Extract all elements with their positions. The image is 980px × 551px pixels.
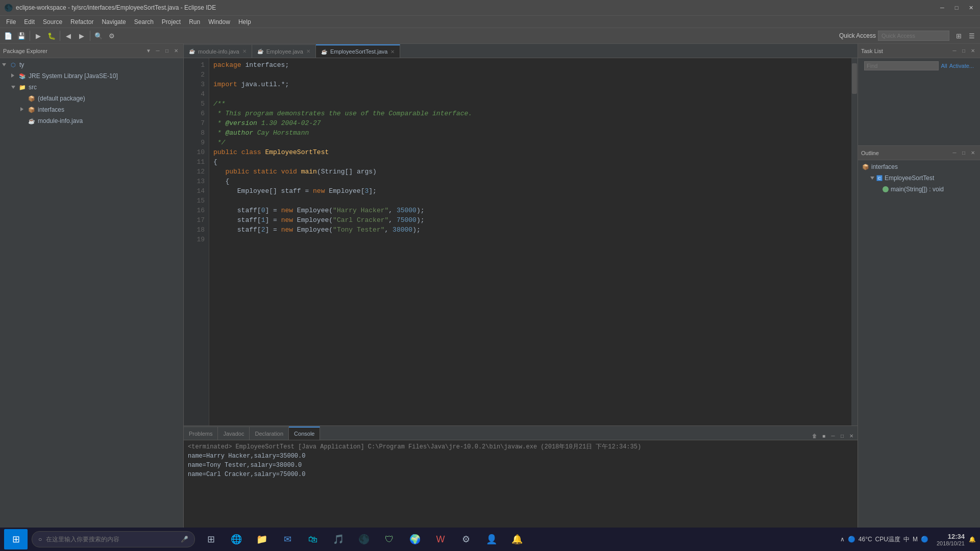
menu-project[interactable]: Project [158, 16, 185, 28]
menu-refactor[interactable]: Refactor [66, 16, 97, 28]
toolbar-search[interactable]: 🔍 [92, 30, 105, 42]
toolbar-new[interactable]: 📄 [2, 30, 14, 42]
task-find-input[interactable] [864, 61, 939, 70]
toolbar-run[interactable]: ▶ [32, 30, 44, 42]
maximize-button[interactable]: □ [951, 3, 962, 13]
minimize-button[interactable]: ─ [937, 3, 947, 13]
tab-label-problems: Problems [189, 431, 212, 437]
taskbar-app-music[interactable]: 🎵 [327, 529, 350, 549]
tree-item-jre[interactable]: 📚 JRE System Library [JavaSE-10] [0, 70, 183, 82]
tab-problems[interactable]: Problems [184, 427, 218, 440]
tray-network[interactable]: 🔵 [848, 536, 855, 543]
start-button[interactable]: ⊞ [4, 529, 28, 549]
taskbar-app-settings[interactable]: ⚙ [454, 529, 478, 549]
code-content[interactable]: package interfaces; import java.util.*; … [209, 58, 851, 425]
toolbar-settings[interactable]: ⚙ [106, 30, 118, 42]
tab-console[interactable]: Console [289, 427, 320, 440]
outline-minimize[interactable]: ─ [950, 149, 959, 157]
tree-item-src[interactable]: 📁 src [0, 82, 183, 93]
toolbar-save[interactable]: 💾 [15, 30, 28, 42]
toolbar-view[interactable]: ☰ [966, 30, 978, 42]
tree-item-module-info[interactable]: ☕ module-info.java [0, 115, 183, 127]
tray-ime[interactable]: 🔵 [921, 536, 928, 543]
notification-icon[interactable]: 🔔 [969, 536, 976, 543]
tray-lang[interactable]: 中 [903, 535, 910, 544]
menu-navigate[interactable]: Navigate [97, 16, 130, 28]
menu-file[interactable]: File [2, 16, 20, 28]
tab-employee[interactable]: ☕ Employee.java ✕ [252, 44, 316, 58]
src-icon: 📁 [18, 83, 27, 91]
taskbar-app-kaspersky[interactable]: 🛡 [378, 529, 401, 549]
taskbar-app-task-view[interactable]: ⊞ [199, 529, 223, 549]
menu-help[interactable]: Help [234, 16, 255, 28]
tree-item-default-pkg[interactable]: 📦 (default package) [0, 93, 183, 104]
toolbar-forward[interactable]: ▶ [76, 30, 88, 42]
tab-close-module-info[interactable]: ✕ [242, 48, 247, 54]
taskbar-app-notify[interactable]: 🔔 [505, 529, 529, 549]
task-list-minimize[interactable]: ─ [950, 47, 959, 55]
tab-module-info[interactable]: ☕ module-info.java ✕ [184, 44, 252, 58]
editor-tabs: ☕ module-info.java ✕ ☕ Employee.java ✕ ☕… [184, 44, 857, 58]
taskbar-app-office[interactable]: W [429, 529, 452, 549]
outline-close[interactable]: ✕ [969, 149, 977, 157]
tree-label-src: src [29, 84, 37, 91]
clock-time: 12:34 [937, 533, 965, 540]
tab-employee-sort-test[interactable]: ☕ EmployeeSortTest.java ✕ [316, 44, 401, 58]
tree-item-ty[interactable]: ⬡ ty [0, 59, 183, 70]
taskbar-app-user[interactable]: 👤 [480, 529, 503, 549]
tab-javadoc[interactable]: Javadoc [218, 427, 250, 440]
package-explorer-maximize[interactable]: □ [163, 47, 171, 55]
quick-access-input[interactable] [878, 31, 949, 41]
task-list-maximize[interactable]: □ [960, 47, 968, 55]
toolbar-debug[interactable]: 🐛 [45, 30, 58, 42]
search-circle-icon: ○ [38, 536, 42, 543]
console-maximize[interactable]: □ [838, 432, 846, 440]
console-stop[interactable]: ■ [820, 432, 828, 440]
toolbar-back[interactable]: ◀ [62, 30, 75, 42]
editor-scrollbar[interactable] [851, 58, 857, 425]
menu-run[interactable]: Run [185, 16, 204, 28]
code-editor: 12345 678910 1112131415 16171819 package… [184, 58, 857, 425]
taskbar: ⊞ ○ 🎤 ⊞ 🌐 📁 ✉ 🛍 🎵 🌑 🛡 🌍 W ⚙ 👤 🔔 ∧ 🔵 46°C… [0, 528, 980, 551]
system-clock[interactable]: 12:34 2018/10/21 [937, 533, 965, 546]
package-explorer-close[interactable]: ✕ [172, 47, 180, 55]
tab-close-employee-sort-test[interactable]: ✕ [390, 49, 395, 55]
tab-close-employee[interactable]: ✕ [306, 48, 310, 54]
package-explorer-minimize[interactable]: ─ [154, 47, 162, 55]
package-tree: ⬡ ty 📚 JRE System Library [JavaSE-10] 📁 … [0, 58, 183, 528]
task-list-close[interactable]: ✕ [969, 47, 977, 55]
toolbar-perspective[interactable]: ⊞ [952, 30, 965, 42]
tray-temp: 46°C [859, 536, 872, 543]
outline-item-interfaces[interactable]: 📦 interfaces [858, 161, 980, 172]
title-icon: 🌑 [4, 4, 13, 12]
tray-input[interactable]: M [913, 536, 918, 543]
task-all-link[interactable]: All [941, 63, 947, 69]
tab-declaration[interactable]: Declaration [250, 427, 289, 440]
default-pkg-icon: 📦 [28, 94, 36, 103]
menu-window[interactable]: Window [204, 16, 234, 28]
tree-item-interfaces[interactable]: 📦 interfaces [0, 104, 183, 115]
taskbar-search-input[interactable] [46, 536, 177, 543]
outline-item-class[interactable]: C EmployeeSortTest [858, 172, 980, 184]
taskbar-app-browser[interactable]: 🌍 [403, 529, 427, 549]
tray-expand[interactable]: ∧ [840, 536, 845, 543]
menu-source[interactable]: Source [39, 16, 66, 28]
taskbar-app-store[interactable]: 🛍 [301, 529, 325, 549]
taskbar-app-explorer[interactable]: 📁 [250, 529, 274, 549]
toolbar-sep1 [30, 31, 30, 41]
outline-maximize[interactable]: □ [960, 149, 968, 157]
toolbar-sep3 [90, 31, 90, 41]
console-close[interactable]: ✕ [847, 432, 855, 440]
console-clear[interactable]: 🗑 [811, 432, 819, 440]
taskbar-app-mail[interactable]: ✉ [276, 529, 299, 549]
taskbar-search-box[interactable]: ○ 🎤 [32, 531, 195, 547]
taskbar-app-edge[interactable]: 🌐 [225, 529, 248, 549]
package-explorer-collapse[interactable]: ▼ [144, 47, 153, 55]
menu-search[interactable]: Search [130, 16, 158, 28]
console-minimize[interactable]: ─ [829, 432, 837, 440]
taskbar-app-eclipse[interactable]: 🌑 [352, 529, 376, 549]
outline-item-method[interactable]: main(String[]) : void [858, 184, 980, 195]
task-activate-link[interactable]: Activate... [949, 63, 974, 69]
menu-edit[interactable]: Edit [20, 16, 39, 28]
close-button[interactable]: ✕ [966, 3, 976, 13]
